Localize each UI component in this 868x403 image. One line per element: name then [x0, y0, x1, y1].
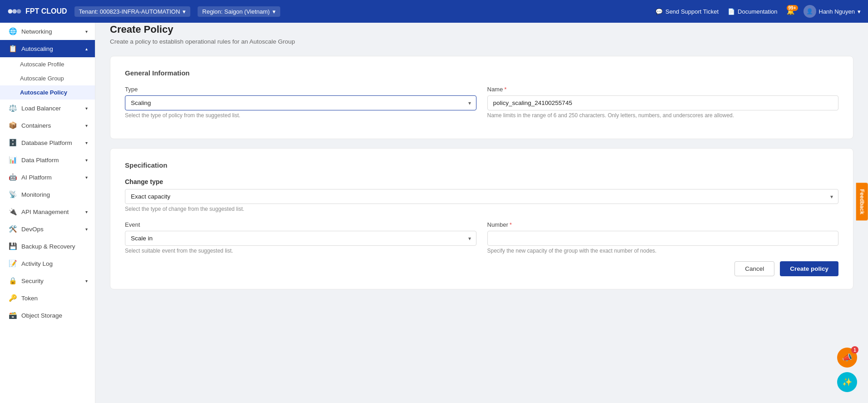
chevron-down-icon: ▾	[85, 279, 88, 284]
chevron-down-icon: ▾	[85, 175, 88, 180]
sidebar-item-label-devops: DevOps	[21, 226, 44, 233]
type-select[interactable]: Scaling	[125, 95, 476, 110]
number-input[interactable]	[487, 231, 839, 246]
docs-button[interactable]: 📄 Documentation	[728, 8, 777, 15]
cancel-button[interactable]: Cancel	[734, 261, 774, 276]
chevron-up-icon: ▴	[85, 46, 88, 51]
autoscaling-submenu: Autoscale Profile Autoscale Group Autosc…	[0, 57, 95, 100]
api-icon: 🔌	[9, 208, 17, 216]
event-select[interactable]: Scale inScale out	[125, 231, 476, 246]
event-group: Event Scale inScale out ▾ Select suitabl…	[125, 221, 476, 254]
sidebar-item-ai-platform[interactable]: 🤖 AI Platform ▾	[0, 169, 95, 186]
number-hint: Specify the new capacity of the group wi…	[487, 248, 839, 254]
notification-bell[interactable]: 🔔 99+	[787, 8, 794, 15]
sidebar-item-monitoring[interactable]: 📡 Monitoring	[0, 186, 95, 203]
sidebar-item-label-networking: Networking	[21, 28, 52, 35]
sidebar-item-security[interactable]: 🔒 Security ▾	[0, 272, 95, 289]
sidebar-item-token[interactable]: 🔑 Token	[0, 289, 95, 307]
user-menu[interactable]: 👤 Hanh Nguyen ▾	[804, 5, 861, 18]
sidebar-item-database-platform[interactable]: 🗄️ Database Platform ▾	[0, 134, 95, 151]
sidebar-item-data-platform[interactable]: 📊 Data Platform ▾	[0, 151, 95, 169]
chevron-down-icon: ▾	[85, 123, 88, 128]
sidebar-item-label-autoscaling: Autoscaling	[21, 45, 53, 52]
sidebar-item-autoscale-group[interactable]: Autoscale Group	[0, 71, 95, 85]
sidebar-item-label-token: Token	[21, 295, 38, 302]
sidebar-item-label-containers: Containers	[21, 122, 51, 129]
sidebar-item-label-db: Database Platform	[21, 139, 72, 146]
main-content: Back Create Policy Create a policy to es…	[95, 0, 868, 309]
sidebar-item-object-storage[interactable]: 🗃️ Object Storage	[0, 307, 95, 309]
sidebar-item-api-management[interactable]: 🔌 API Management ▾	[0, 203, 95, 220]
sidebar-item-load-balancer[interactable]: ⚖️ Load Balancer ▾	[0, 100, 95, 117]
name-required-asterisk: *	[504, 86, 506, 93]
event-select-wrapper: Scale inScale out ▾	[125, 231, 476, 246]
change-type-hint: Select the type of change from the sugge…	[125, 206, 838, 212]
type-name-row: Type Scaling ▾ Select the type of policy…	[125, 86, 838, 119]
sidebar-item-autoscale-profile[interactable]: Autoscale Profile	[0, 57, 95, 71]
devops-icon: 🛠️	[9, 225, 17, 233]
number-group: Number* Specify the new capacity of the …	[487, 221, 839, 254]
tenant-selector[interactable]: Tenant: 000823-INFRA-AUTOMATION ▾	[74, 6, 191, 17]
name-input[interactable]	[487, 95, 839, 110]
autoscaling-icon: 📋	[9, 45, 17, 53]
change-type-section: Change type Exact capacityAddRemove ▾ Se…	[125, 178, 838, 212]
avatar: 👤	[804, 5, 816, 18]
chevron-down-icon: ▾	[85, 140, 88, 145]
specification-title: Specification	[125, 161, 838, 169]
sidebar-item-label-security: Security	[21, 278, 44, 284]
tenant-chevron: ▾	[183, 8, 186, 15]
support-button[interactable]: 💬 Send Support Ticket	[655, 8, 719, 15]
chevron-down-icon: ▾	[85, 158, 88, 163]
sidebar-item-label-monitoring: Monitoring	[21, 191, 50, 198]
chevron-down-icon: ▾	[85, 106, 88, 111]
event-hint: Select suitable event from the suggested…	[125, 248, 476, 254]
tenant-label: Tenant: 000823-INFRA-AUTOMATION	[79, 8, 180, 15]
monitoring-icon: 📡	[9, 190, 17, 199]
sidebar: 🌐 Networking ▾ 📋 Autoscaling ▴ Autoscale…	[0, 23, 95, 309]
number-label: Number*	[487, 221, 839, 228]
sidebar-item-autoscaling[interactable]: 📋 Autoscaling ▴	[0, 40, 95, 57]
sidebar-item-devops[interactable]: 🛠️ DevOps ▾	[0, 220, 95, 238]
type-group: Type Scaling ▾ Select the type of policy…	[125, 86, 476, 119]
token-icon: 🔑	[9, 294, 17, 302]
ai-icon: 🤖	[9, 173, 17, 181]
number-required-asterisk: *	[510, 221, 512, 228]
chevron-down-icon: ▾	[85, 227, 88, 232]
sidebar-item-label-data: Data Platform	[21, 157, 59, 164]
sidebar-item-activity-log[interactable]: 📝 Activity Log	[0, 255, 95, 272]
change-type-select-wrapper: Exact capacityAddRemove ▾	[125, 189, 838, 204]
svg-point-1	[12, 9, 17, 14]
name-label: Name*	[487, 86, 839, 93]
event-number-row: Event Scale inScale out ▾ Select suitabl…	[125, 221, 838, 254]
specification-card: Specification Change type Exact capacity…	[110, 148, 853, 289]
networking-icon: 🌐	[9, 27, 17, 35]
docs-label: Documentation	[738, 8, 777, 15]
containers-icon: 📦	[9, 121, 17, 129]
user-chevron: ▾	[858, 8, 861, 15]
region-selector[interactable]: Region: Saigon (Vietnam) ▾	[198, 6, 280, 17]
change-type-select[interactable]: Exact capacityAddRemove	[125, 189, 838, 204]
sidebar-item-backup-recovery[interactable]: 💾 Backup & Recovery	[0, 238, 95, 255]
region-chevron: ▾	[273, 8, 276, 15]
sidebar-item-networking[interactable]: 🌐 Networking ▾	[0, 23, 95, 40]
support-icon: 💬	[655, 8, 663, 15]
app-logo: FPT CLOUD	[7, 7, 67, 16]
database-icon: 🗄️	[9, 139, 17, 147]
name-group: Name* Name limits in the range of 6 and …	[487, 86, 839, 119]
sidebar-item-autoscale-policy[interactable]: Autoscale Policy	[0, 85, 95, 100]
feedback-tab[interactable]: Feedback	[856, 183, 868, 220]
backup-icon: 💾	[9, 242, 17, 250]
logo-text: FPT CLOUD	[25, 7, 67, 15]
activity-log-icon: 📝	[9, 259, 17, 268]
docs-icon: 📄	[728, 8, 735, 15]
sidebar-item-label-ai: AI Platform	[21, 174, 52, 181]
support-label: Send Support Ticket	[665, 8, 719, 15]
create-policy-button[interactable]: Create policy	[780, 261, 838, 276]
data-platform-icon: 📊	[9, 156, 17, 164]
notification-badge: 99+	[787, 5, 798, 11]
type-select-wrapper: Scaling ▾	[125, 95, 476, 110]
region-label: Region: Saigon (Vietnam)	[202, 8, 270, 15]
sidebar-item-label-backup: Backup & Recovery	[21, 243, 75, 250]
chevron-down-icon: ▾	[85, 209, 88, 214]
sidebar-item-containers[interactable]: 📦 Containers ▾	[0, 117, 95, 134]
